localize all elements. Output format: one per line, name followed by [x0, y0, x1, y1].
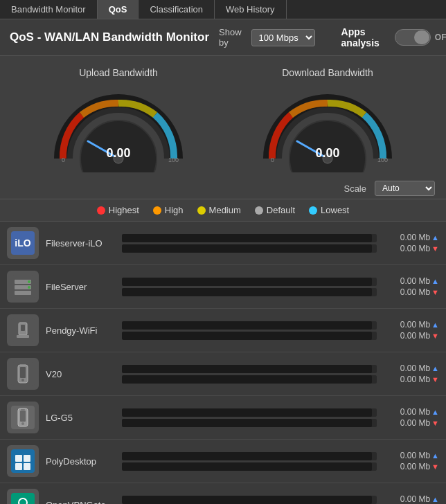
- svg-rect-31: [20, 411, 26, 422]
- arrow-up-pendgy-wifi: ▲: [431, 321, 439, 329]
- bars-openvpngate: [122, 496, 377, 505]
- tab-bar: Bandwidth Monitor QoS Classification Web…: [0, 0, 446, 19]
- speed-up-val-v20: 0.00 Mb: [400, 363, 430, 373]
- download-gauge-wrap: Download Bandwidth 0.00 0 100: [258, 67, 397, 172]
- svg-rect-33: [21, 409, 25, 411]
- bar-upload-pendgy-wifi: [122, 321, 377, 330]
- arrow-down-polydesktop: ▼: [431, 462, 439, 471]
- speeds-pendgy-wifi: 0.00 Mb ▲ 0.00 Mb ▼: [384, 320, 439, 341]
- apps-analysis-label: Apps analysis: [341, 26, 380, 48]
- svg-text:100: 100: [377, 156, 388, 163]
- device-icon-openvpngate: [7, 489, 39, 504]
- svg-rect-34: [11, 449, 35, 473]
- speed-down-val-v20: 0.00 Mb: [400, 375, 430, 384]
- device-row-polydesktop[interactable]: PolyDesktop 0.00 Mb ▲ 0.00 Mb ▼: [0, 440, 446, 483]
- speeds-polydesktop: 0.00 Mb ▲ 0.00 Mb ▼: [384, 451, 439, 471]
- gauge-section: Upload Bandwidth: [0, 56, 446, 178]
- device-row-v20[interactable]: V20 0.00 Mb ▲ 0.00 Mb ▼: [0, 352, 446, 396]
- device-name-polydesktop: PolyDesktop: [46, 456, 115, 467]
- bar-fill-upload-fileserver-ilo: [122, 234, 372, 242]
- svg-text:100: 100: [168, 156, 179, 163]
- legend-row: Highest High Medium Default Lowest: [0, 199, 446, 222]
- device-name-openvpngate: OpenVPNGate: [46, 500, 115, 505]
- device-row-lg-g5[interactable]: LG-G5 0.00 Mb ▲ 0.00 Mb ▼: [0, 396, 446, 440]
- svg-point-18: [28, 280, 30, 283]
- bar-download-fileserver: [122, 288, 377, 296]
- device-row-pendgy-wifi[interactable]: Pendgy-WiFi 0.00 Mb ▲ 0.00 Mb ▼: [0, 309, 446, 352]
- speed-up-val-fileserver: 0.00 Mb: [400, 276, 430, 286]
- speeds-lg-g5: 0.00 Mb ▲ 0.00 Mb ▼: [384, 407, 439, 428]
- arrow-down-pendgy-wifi: ▼: [431, 332, 439, 340]
- legend-high: High: [153, 205, 184, 215]
- speed-down-val-polydesktop: 0.00 Mb: [400, 462, 430, 471]
- bars-fileserver: [122, 278, 377, 296]
- speed-up-v20: 0.00 Mb ▲: [400, 363, 439, 373]
- tab-qos[interactable]: QoS: [98, 0, 139, 19]
- tab-webhistory[interactable]: Web History: [215, 0, 287, 19]
- speeds-v20: 0.00 Mb ▲ 0.00 Mb ▼: [384, 363, 439, 384]
- svg-rect-38: [24, 463, 30, 470]
- device-row-fileserver[interactable]: FileServer 0.00 Mb ▲ 0.00 Mb ▼: [0, 265, 446, 309]
- page-title: QoS - WAN/LAN Bandwidth Monitor: [10, 30, 209, 44]
- bar-upload-lg-g5: [122, 408, 377, 417]
- speed-up-fileserver: 0.00 Mb ▲: [400, 276, 439, 286]
- device-name-pendgy-wifi: Pendgy-WiFi: [46, 325, 115, 336]
- speed-up-fileserver-ilo: 0.00 Mb ▲: [400, 233, 439, 242]
- device-row-openvpngate[interactable]: OpenVPNGate 0.00 Mb ▲ 0.00 Mb ▼: [0, 483, 446, 504]
- bar-fill-download-fileserver-ilo: [122, 244, 372, 253]
- scale-legend-row: Scale Auto 1 Mbps 10 Mbps 100 Mbps: [0, 178, 446, 199]
- upload-gauge-title: Upload Bandwidth: [79, 67, 158, 78]
- download-gauge: 0.00 0 100: [258, 82, 397, 172]
- download-gauge-title: Download Bandwidth: [282, 67, 373, 78]
- tab-bandwidth[interactable]: Bandwidth Monitor: [0, 0, 98, 19]
- legend-medium: Medium: [197, 205, 241, 215]
- legend-default: Default: [255, 205, 295, 215]
- arrow-down-lg-g5: ▼: [431, 419, 439, 427]
- legend-label-high: High: [165, 205, 184, 215]
- arrow-up-fileserver: ▲: [431, 277, 439, 285]
- speed-down-lg-g5: 0.00 Mb ▼: [400, 418, 439, 428]
- bar-download-polydesktop: [122, 462, 377, 471]
- device-icon-pendgy-wifi: [7, 314, 39, 346]
- bar-fill-download-fileserver: [122, 288, 372, 296]
- toggle-label: OFF: [435, 33, 446, 42]
- device-name-fileserver: FileServer: [46, 282, 115, 292]
- svg-text:0.00: 0.00: [106, 146, 130, 160]
- bar-fill-upload-fileserver: [122, 278, 372, 286]
- arrow-up-polydesktop: ▲: [431, 451, 439, 460]
- bar-upload-openvpngate: [122, 496, 377, 504]
- speed-up-openvpngate: 0.00 Mb ▲: [400, 494, 439, 504]
- speeds-openvpngate: 0.00 Mb ▲ 0.00 Mb ▼: [384, 494, 439, 504]
- device-name-fileserver-ilo: Fileserver-iLO: [46, 238, 115, 249]
- bar-upload-fileserver: [122, 278, 377, 286]
- svg-point-28: [21, 379, 24, 381]
- bar-download-v20: [122, 375, 377, 384]
- bar-download-fileserver-ilo: [122, 244, 377, 253]
- legend-dot-default: [255, 206, 263, 215]
- tab-classification[interactable]: Classification: [139, 0, 215, 19]
- toggle-knob: [414, 30, 429, 44]
- legend-label-highest: Highest: [109, 205, 139, 215]
- show-by-label: Show by: [219, 27, 242, 48]
- legend-label-medium: Medium: [209, 205, 241, 215]
- legend-dot-high: [153, 206, 161, 215]
- apps-analysis-toggle[interactable]: [395, 29, 431, 46]
- device-icon-fileserver: [7, 271, 39, 303]
- device-icon-fileserver-ilo: iLO: [7, 227, 39, 259]
- speeds-fileserver-ilo: 0.00 Mb ▲ 0.00 Mb ▼: [384, 233, 439, 253]
- scale-select[interactable]: Auto 1 Mbps 10 Mbps 100 Mbps: [375, 181, 435, 196]
- upload-gauge: 0.00 0 100: [49, 82, 188, 172]
- device-row-fileserver-ilo[interactable]: iLO Fileserver-iLO 0.00 Mb ▲ 0.00 Mb ▼: [0, 222, 446, 265]
- speed-down-pendgy-wifi: 0.00 Mb ▼: [400, 331, 439, 341]
- upload-gauge-wrap: Upload Bandwidth: [49, 67, 188, 172]
- svg-rect-35: [15, 455, 22, 462]
- legend-label-lowest: Lowest: [321, 205, 349, 215]
- speed-up-polydesktop: 0.00 Mb ▲: [400, 451, 439, 460]
- svg-text:0: 0: [271, 156, 274, 163]
- device-name-v20: V20: [46, 369, 115, 379]
- speed-select[interactable]: 100 Mbps 10 Mbps 1 Gbps: [251, 29, 315, 46]
- bar-fill-download-pendgy-wifi: [122, 332, 372, 340]
- arrow-up-lg-g5: ▲: [431, 408, 439, 416]
- bars-pendgy-wifi: [122, 321, 377, 340]
- svg-point-19: [28, 286, 30, 289]
